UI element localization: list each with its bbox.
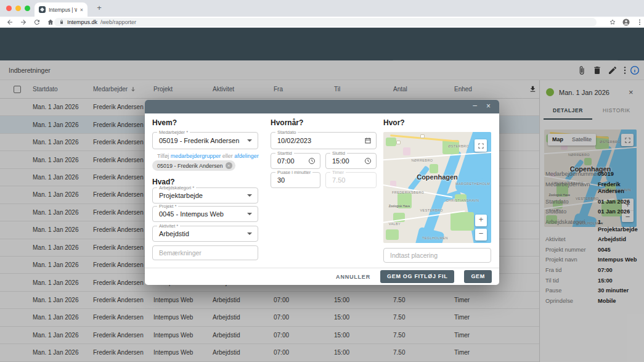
map-label-valby: VALBY xyxy=(389,222,401,226)
fullscreen-icon[interactable] xyxy=(475,139,487,152)
chip-remove-icon[interactable]: × xyxy=(226,162,232,169)
home-icon[interactable] xyxy=(47,19,54,26)
calendar-icon[interactable] xyxy=(364,137,372,144)
medarbejder-select[interactable]: Medarbejder * 05019 - Frederik Andersen xyxy=(152,132,258,149)
chevron-down-icon xyxy=(247,232,252,235)
sluttid-field[interactable]: Sluttid 15:00 xyxy=(325,153,377,169)
starttid-field[interactable]: Starttid 07:00 xyxy=(271,153,320,169)
map-label-city: Copenhagen xyxy=(417,173,458,181)
lock-icon xyxy=(59,20,64,25)
dialog-footer: ANNULLER GEM OG FITLØJ FIL GEM xyxy=(145,268,499,285)
chevron-down-icon xyxy=(247,213,252,215)
report-dialog: – × Hvem? Medarbejder * 05019 - Frederik… xyxy=(145,100,499,285)
bemaerkninger-input[interactable] xyxy=(153,246,258,260)
afdelinger-link[interactable]: afdelinger xyxy=(234,153,259,159)
screen: Intempus | WEB × + Intempus.dk/web/rappo… xyxy=(0,0,644,362)
tab-close-icon[interactable]: × xyxy=(80,7,83,13)
clock-icon[interactable] xyxy=(364,157,372,165)
url-host: Intempus.dk xyxy=(67,19,97,25)
profile-avatar[interactable] xyxy=(622,19,630,26)
map-label-osterbro: ØSTERBRO xyxy=(448,144,469,148)
browser-tab-title: Intempus | WEB xyxy=(49,7,77,13)
section-hvornaar: Hvornår? xyxy=(271,118,303,127)
placering-input[interactable] xyxy=(384,249,491,262)
minimize-icon[interactable]: – xyxy=(473,101,477,110)
browser-menu-icon[interactable] xyxy=(636,19,643,26)
window-minimize-button[interactable] xyxy=(15,6,21,11)
map-label-zoo: Zoologisk Have xyxy=(389,204,410,208)
aktivitet-select[interactable]: Aktivitet * Arbejdstid xyxy=(152,226,258,242)
employee-chip[interactable]: 05019 - Frederik Andersen × xyxy=(152,160,235,171)
dialog-titlebar: – × xyxy=(145,100,499,113)
window-zoom-button[interactable] xyxy=(25,6,30,11)
arbejdskategori-select[interactable]: Arbejdskategori * Projektarbejde xyxy=(152,187,258,204)
map-label-norrebro: NØRREBRO xyxy=(412,158,433,162)
map-label-christianshavn: CHRISTIANSHAVN xyxy=(446,199,479,202)
clock-icon[interactable] xyxy=(308,157,316,165)
add-groups-line: Tilføj medarbejdergrupper eller afdeling… xyxy=(157,153,259,159)
startdato-field[interactable]: Startdato 10/02/2023 xyxy=(271,132,377,149)
location-map[interactable]: ØSTERBRO NØRREBRO Copenhagen MARGRETHEHO… xyxy=(383,132,491,243)
save-and-attach-button[interactable]: GEM OG FITLØJ FIL xyxy=(380,270,454,283)
reload-icon[interactable] xyxy=(33,19,41,26)
window-close-button[interactable] xyxy=(6,6,12,11)
browser-tab[interactable]: Intempus | WEB × xyxy=(35,2,88,17)
zoom-out-button[interactable]: − xyxy=(475,229,487,241)
map-label-margretheholm: MARGRETHEHOLM xyxy=(455,182,490,186)
new-tab-button[interactable]: + xyxy=(94,2,105,14)
timer-field: Timer 7.50 xyxy=(325,172,377,188)
map-label-vesterbro: VESTERBRO xyxy=(420,208,444,212)
chevron-down-icon xyxy=(247,194,252,197)
browser-toolbar: Intempus.dk/web/rapporter xyxy=(0,17,644,28)
url-path: /web/rapporter xyxy=(100,19,136,25)
map-label-teglholmen: TEGLHOLMEN xyxy=(422,236,448,240)
back-icon[interactable] xyxy=(6,19,14,26)
section-hvem: Hvem? xyxy=(152,118,177,127)
medarbejdergrupper-link[interactable]: medarbejdergrupper xyxy=(171,153,221,159)
pause-field[interactable]: Puase i minutter 30 xyxy=(271,172,320,188)
projekt-select[interactable]: Projekt * 0045 - Intempus Web xyxy=(152,206,258,222)
chevron-down-icon xyxy=(247,139,252,142)
bookmark-star-icon[interactable] xyxy=(609,19,616,26)
url-bar[interactable]: Intempus.dk/web/rapporter xyxy=(54,18,597,27)
bemaerkninger-field[interactable] xyxy=(152,245,258,260)
placering-field[interactable] xyxy=(383,248,491,263)
browser-tabstrip: Intempus | WEB × + xyxy=(0,0,644,17)
cancel-button[interactable]: ANNULLER xyxy=(336,274,370,280)
section-hvor: Hvor? xyxy=(383,118,405,127)
intempus-favicon-icon xyxy=(39,6,46,13)
forward-icon[interactable] xyxy=(20,19,27,26)
zoom-in-button[interactable]: + xyxy=(475,215,487,226)
save-button[interactable]: GEM xyxy=(464,270,492,283)
map-label-frederiksberg: FREDERIKSBERG xyxy=(392,191,424,194)
dialog-close-icon[interactable]: × xyxy=(486,102,491,110)
